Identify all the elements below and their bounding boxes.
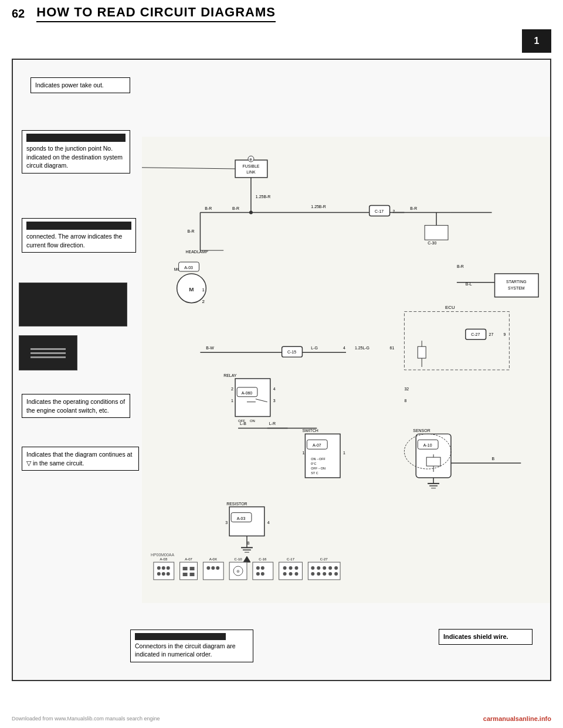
svg-text:1: 1 — [302, 451, 304, 455]
svg-rect-122 — [183, 567, 188, 570]
svg-text:ECU: ECU — [445, 305, 455, 310]
connectors-text: Connectors in the circuit diagram are in… — [135, 642, 236, 658]
svg-text:C-17: C-17 — [375, 209, 384, 213]
svg-rect-135 — [253, 562, 273, 580]
svg-text:⊕: ⊕ — [236, 569, 240, 573]
connectors-highlight — [135, 633, 226, 640]
junction-highlight — [26, 134, 126, 142]
page-footer: Downloaded from www.Manualslib.com manua… — [12, 715, 551, 722]
relay-line-2 — [30, 352, 66, 354]
svg-text:B: B — [492, 457, 495, 461]
svg-point-145 — [295, 566, 299, 570]
svg-rect-50 — [235, 379, 270, 417]
svg-text:ST C: ST C — [311, 471, 318, 475]
svg-point-156 — [311, 572, 314, 576]
svg-rect-48 — [418, 346, 426, 358]
svg-point-115 — [162, 566, 165, 570]
svg-rect-26 — [425, 225, 448, 240]
svg-text:1.25L-G: 1.25L-G — [355, 346, 369, 350]
connectors-annotation: Connectors in the circuit diagram are in… — [130, 630, 253, 662]
svg-text:A-03: A-03 — [237, 516, 246, 521]
svg-point-152 — [317, 566, 320, 570]
svg-text:FUSIBLE: FUSIBLE — [242, 164, 259, 168]
svg-text:C-30: C-30 — [428, 241, 436, 245]
coolant-switch-text: Indicates the operating conditions of th… — [26, 398, 125, 414]
svg-text:4: 4 — [343, 346, 345, 350]
svg-point-146 — [283, 572, 287, 576]
svg-text:A-10: A-10 — [423, 443, 432, 447]
svg-text:C-15: C-15 — [287, 350, 296, 354]
svg-point-119 — [167, 572, 170, 576]
junction-point-annotation: sponds to the junction point No. indicat… — [22, 130, 130, 174]
svg-text:1: 1 — [343, 451, 345, 455]
relay-annotation-box — [19, 335, 77, 370]
svg-point-116 — [167, 566, 170, 570]
svg-text:C-10: C-10 — [235, 557, 243, 561]
svg-text:L-B: L-B — [240, 421, 246, 426]
circuit-highlight — [26, 222, 131, 230]
svg-point-139 — [256, 572, 260, 576]
svg-point-11 — [249, 211, 253, 215]
svg-text:⊕: ⊕ — [249, 158, 252, 161]
svg-point-153 — [323, 566, 326, 570]
svg-text:ON→OFF: ON→OFF — [311, 457, 325, 461]
svg-text:B-R: B-R — [188, 229, 195, 233]
shield-wire-annotation: Indicates shield wire. — [439, 629, 533, 645]
svg-rect-141 — [279, 562, 303, 580]
page-number: 62 — [12, 7, 25, 21]
svg-rect-125 — [190, 573, 195, 576]
power-takeout-annotation: Indicates power take out. — [30, 77, 130, 93]
svg-text:1: 1 — [231, 399, 233, 403]
relay-lines — [30, 348, 66, 358]
svg-point-129 — [211, 566, 215, 570]
circuit-name-text: connected. The arrow indicates the curre… — [26, 233, 122, 249]
svg-text:1: 1 — [534, 36, 540, 46]
relay-line-1 — [30, 348, 66, 350]
svg-text:RELAY: RELAY — [223, 373, 237, 377]
svg-text:61: 61 — [390, 346, 395, 350]
svg-text:L-R: L-R — [269, 421, 276, 426]
svg-text:3: 3 — [273, 399, 276, 403]
svg-text:C-27: C-27 — [320, 557, 328, 561]
svg-rect-123 — [190, 567, 195, 570]
svg-point-159 — [328, 572, 332, 576]
svg-point-140 — [261, 572, 264, 576]
svg-text:8: 8 — [404, 399, 406, 403]
svg-text:27: 27 — [489, 332, 494, 336]
svg-text:4: 4 — [273, 387, 276, 391]
diagram-continues-annotation: Indicates that the diagram continues at … — [22, 447, 139, 471]
svg-point-147 — [289, 572, 293, 576]
svg-text:L-G: L-G — [311, 346, 318, 350]
svg-text:32: 32 — [404, 387, 409, 391]
circuit-diagram-area: FUSIBLE LINK ⊕ 1.25B-R B-R B-R B-R 1.25B… — [142, 60, 550, 680]
svg-text:B-R: B-R — [205, 206, 212, 210]
svg-text:SWITCH: SWITCH — [302, 428, 318, 433]
junction-point-text: sponds to the junction point No. indicat… — [26, 145, 123, 169]
svg-rect-3 — [235, 160, 267, 178]
svg-rect-149 — [308, 562, 340, 580]
svg-point-154 — [328, 566, 332, 570]
svg-point-137 — [256, 566, 260, 570]
svg-text:B-W: B-W — [206, 346, 214, 350]
circuit-name-annotation: connected. The arrow indicates the curre… — [22, 218, 136, 253]
svg-point-158 — [323, 572, 326, 576]
svg-rect-81 — [426, 457, 440, 466]
svg-point-138 — [261, 566, 264, 570]
svg-text:3: 3 — [225, 521, 228, 525]
svg-text:1.25B-R: 1.25B-R — [311, 205, 326, 209]
svg-text:1: 1 — [202, 287, 205, 292]
svg-text:4: 4 — [267, 521, 270, 525]
svg-text:RESISTOR: RESISTOR — [226, 502, 247, 506]
dark-component-box — [19, 283, 127, 326]
shield-wire-text: Indicates shield wire. — [443, 633, 508, 640]
svg-rect-120 — [180, 562, 198, 580]
svg-text:LINK: LINK — [246, 170, 256, 174]
svg-point-144 — [289, 566, 293, 570]
svg-point-157 — [317, 572, 320, 576]
svg-text:C-16: C-16 — [259, 557, 267, 561]
svg-text:HP00M00AA: HP00M00AA — [151, 553, 175, 557]
relay-line-3 — [30, 356, 66, 358]
svg-text:SENSOR: SENSOR — [413, 428, 430, 433]
svg-text:B-R: B-R — [410, 206, 417, 210]
svg-text:STARTING: STARTING — [506, 280, 527, 284]
